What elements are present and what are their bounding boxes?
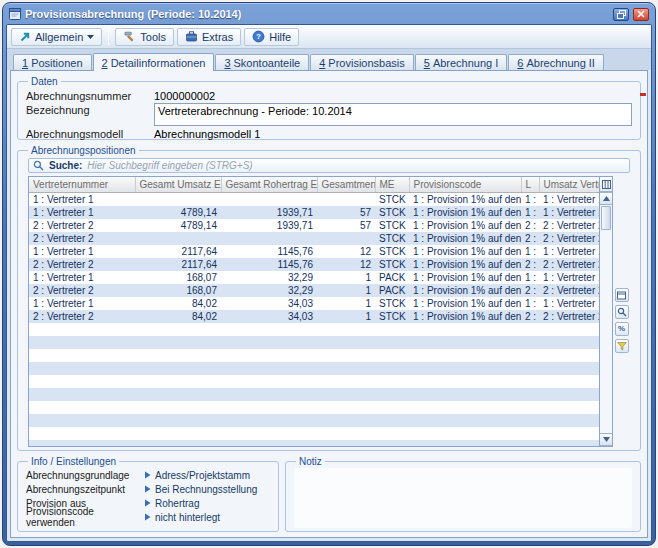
grid-cell-rohertrag[interactable]: 1145,76 [221,258,317,271]
grid-cell-provisionscode[interactable]: 1 : Provision 1% auf den v [409,310,521,323]
grid-cell-rohertrag[interactable]: 32,29 [221,271,317,284]
grid-cell-vertreternummer[interactable]: 2 : Vertreter 2 [29,310,135,323]
grid-cell-provisionscode[interactable]: 1 : Provision 1% auf den v [409,297,521,310]
grid-cell-vertreternummer[interactable]: 1 : Vertreter 1 [29,206,135,219]
grid-cell-provisionscode[interactable]: 1 : Provision 1% auf den v [409,219,521,232]
grid-cell-menge[interactable]: 12 [317,258,375,271]
search-input[interactable]: Suche: Hier Suchbegriff eingeben (STRG+S… [28,158,630,173]
tab-abrechnung-1[interactable]: 5Abrechnung I [415,54,508,70]
bezeichnung-input[interactable]: Vertreterabrechnung - Periode: 10.2014 [154,103,632,126]
grid-cell-umsatz_vertreter[interactable]: 2 : Vertreter 2 [539,284,599,297]
grid-cell-umsatz[interactable]: 168,07 [135,271,221,284]
grid-cell-me[interactable]: STCK [375,192,409,206]
grid-cell-l[interactable]: 2 : [521,284,539,297]
grid-cell-umsatz_vertreter[interactable]: 1 : Vertreter 1 [539,271,599,284]
tab-detailinformationen[interactable]: 2Detailinformationen [93,53,215,71]
grid-cell-me[interactable]: STCK [375,245,409,258]
table-row[interactable]: 1 : Vertreter 1168,0732,291PACK1 : Provi… [29,271,599,284]
grid-cell-menge[interactable] [317,232,375,245]
grid-cell-provisionscode[interactable]: 1 : Provision 1% auf den v [409,245,521,258]
grid-cell-vertreternummer[interactable]: 2 : Vertreter 2 [29,258,135,271]
grid-cell-me[interactable]: STCK [375,310,409,323]
table-row[interactable]: 2 : Vertreter 2 STCK1 : Provision 1% auf… [29,232,599,245]
grid-cell-l[interactable]: 1 : [521,271,539,284]
restore-button[interactable] [613,8,629,21]
grid-cell-rohertrag[interactable]: 34,03 [221,310,317,323]
grid-cell-umsatz[interactable] [135,232,221,245]
grid-cell-rohertrag[interactable]: 32,29 [221,284,317,297]
table-row[interactable]: 1 : Vertreter 12117,641145,7612STCK1 : P… [29,245,599,258]
grid-search-button[interactable] [615,305,629,319]
column-header-provisionscode[interactable]: Provisionscode [409,177,521,192]
grid-cell-provisionscode[interactable]: 1 : Provision 1% auf den v [409,206,521,219]
grid-cell-umsatz_vertreter[interactable]: 1 : Vertreter 1 [539,245,599,258]
table-row[interactable]: 1 : Vertreter 184,0234,031STCK1 : Provis… [29,297,599,310]
notiz-input[interactable] [294,468,632,528]
column-chooser-button[interactable] [600,177,612,192]
grid-cell-umsatz[interactable]: 2117,64 [135,258,221,271]
grid-cell-vertreternummer[interactable]: 2 : Vertreter 2 [29,284,135,297]
table-row[interactable]: 1 : Vertreter 14789,141939,7157STCK1 : P… [29,206,599,219]
grid-cell-vertreternummer[interactable]: 2 : Vertreter 2 [29,219,135,232]
grid-cell-rohertrag[interactable]: 1939,71 [221,219,317,232]
column-header-umsatz-vertreter[interactable]: Umsatz Vertreter [539,177,599,192]
grid-cell-umsatz_vertreter[interactable]: 2 : Vertreter 2 [539,232,599,245]
grid-cell-menge[interactable]: 57 [317,219,375,232]
grid-cell-umsatz_vertreter[interactable]: 2 : Vertreter 2 [539,258,599,271]
card-view-button[interactable] [615,288,629,302]
menu-extras[interactable]: Extras [177,28,241,46]
grid-cell-menge[interactable]: 1 [317,310,375,323]
grid-cell-l[interactable]: 2 : [521,258,539,271]
menu-hilfe[interactable]: ? Hilfe [244,28,299,46]
grid-cell-l[interactable]: 1 : [521,297,539,310]
filter-button[interactable] [615,339,629,353]
column-header-gesamtmenge[interactable]: Gesamtmenge [317,177,375,192]
close-button[interactable] [633,8,649,21]
column-header-gesamt-umsatz[interactable]: Gesamt Umsatz EUR [135,177,221,192]
tab-skontoanteile[interactable]: 3Skontoanteile [215,54,309,70]
grid-cell-me[interactable]: STCK [375,297,409,310]
grid-cell-l[interactable]: 2 : [521,219,539,232]
grid-cell-provisionscode[interactable]: 1 : Provision 1% auf den v [409,192,521,206]
grid-cell-rohertrag[interactable]: 1145,76 [221,245,317,258]
grid-cell-l[interactable]: 1 : [521,206,539,219]
grid-cell-l[interactable]: 2 : [521,310,539,323]
grid-cell-rohertrag[interactable] [221,192,317,206]
scrollbar-track[interactable] [600,231,612,433]
menu-tools[interactable]: Tools [115,28,174,46]
percent-button[interactable]: % [615,322,629,336]
column-header-me[interactable]: ME [375,177,409,192]
grid-cell-l[interactable]: 2 : [521,232,539,245]
grid-cell-vertreternummer[interactable]: 1 : Vertreter 1 [29,271,135,284]
grid-cell-umsatz_vertreter[interactable]: 2 : Vertreter 2 [539,310,599,323]
grid-cell-provisionscode[interactable]: 1 : Provision 1% auf den v [409,232,521,245]
grid-cell-me[interactable]: STCK [375,206,409,219]
table-row[interactable]: 1 : Vertreter 1 STCK1 : Provision 1% auf… [29,192,599,206]
grid-cell-menge[interactable]: 1 [317,271,375,284]
grid-cell-umsatz[interactable]: 84,02 [135,297,221,310]
column-header-l[interactable]: L [521,177,539,192]
tab-provisionsbasis[interactable]: 4Provisionsbasis [310,54,414,70]
grid-cell-rohertrag[interactable] [221,232,317,245]
grid-cell-l[interactable]: 1 : [521,245,539,258]
table-row[interactable]: 2 : Vertreter 22117,641145,7612STCK1 : P… [29,258,599,271]
table-row[interactable]: 2 : Vertreter 2168,0732,291PACK1 : Provi… [29,284,599,297]
grid-cell-provisionscode[interactable]: 1 : Provision 1% auf den v [409,258,521,271]
grid-cell-me[interactable]: STCK [375,232,409,245]
grid-cell-me[interactable]: STCK [375,219,409,232]
grid-cell-menge[interactable]: 12 [317,245,375,258]
grid-cell-rohertrag[interactable]: 1939,71 [221,206,317,219]
grid-cell-umsatz_vertreter[interactable]: 1 : Vertreter 1 [539,297,599,310]
grid-cell-menge[interactable]: 1 [317,284,375,297]
grid-cell-menge[interactable]: 1 [317,297,375,310]
grid-cell-l[interactable]: 1 : [521,192,539,206]
grid-cell-me[interactable]: PACK [375,284,409,297]
grid-cell-vertreternummer[interactable]: 2 : Vertreter 2 [29,232,135,245]
grid-cell-rohertrag[interactable]: 34,03 [221,297,317,310]
tab-abrechnung-2[interactable]: 6Abrechnung II [508,54,604,70]
grid-cell-vertreternummer[interactable]: 1 : Vertreter 1 [29,192,135,206]
grid-cell-umsatz[interactable]: 84,02 [135,310,221,323]
grid-cell-umsatz[interactable]: 4789,14 [135,206,221,219]
scroll-down-button[interactable] [600,433,612,446]
grid-scrollbar[interactable] [600,176,613,447]
